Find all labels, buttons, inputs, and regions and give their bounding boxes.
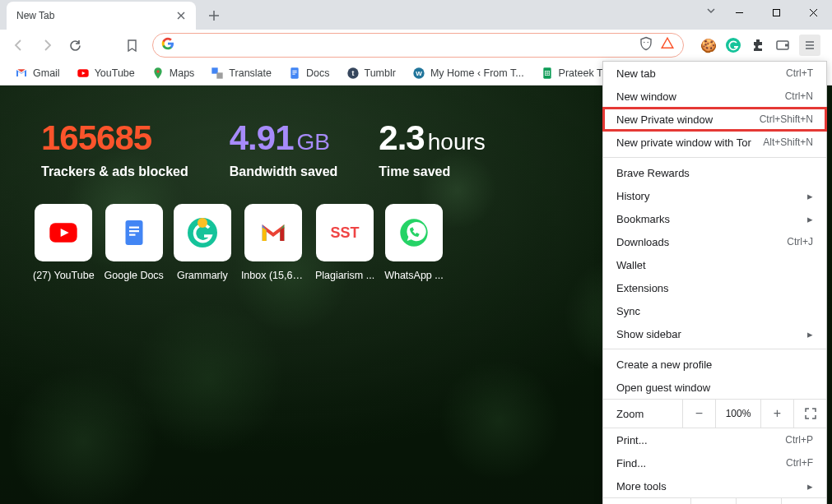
tile-gmail[interactable]: Inbox (15,666): [241, 204, 305, 281]
tab-title: New Tab: [16, 10, 174, 21]
menu-wallet[interactable]: Wallet: [603, 253, 826, 276]
toolbar: 🍪: [0, 30, 832, 61]
menu-extensions[interactable]: Extensions: [603, 276, 826, 299]
new-tab-button[interactable]: [202, 4, 225, 27]
reload-button[interactable]: [63, 33, 87, 58]
bookmark-translate[interactable]: Translate: [204, 63, 278, 83]
svg-rect-9: [217, 72, 223, 78]
tile-whatsapp[interactable]: WhatsApp ...: [384, 204, 444, 281]
svg-rect-10: [291, 67, 298, 78]
menu-new-window[interactable]: New windowCtrl+N: [603, 85, 826, 108]
wallet-icon[interactable]: [774, 37, 791, 53]
minimize-button[interactable]: [721, 0, 758, 25]
svg-rect-11: [292, 70, 296, 71]
menu-new-tab[interactable]: New tabCtrl+T: [603, 62, 826, 85]
bookmark-wordpress[interactable]: WMy Home ‹ From T...: [406, 63, 531, 83]
zoom-out-button[interactable]: −: [682, 400, 715, 428]
titlebar: New Tab: [0, 0, 832, 30]
menu-create-profile[interactable]: Create a new profile: [603, 353, 826, 376]
svg-rect-21: [125, 220, 142, 245]
tile-docs[interactable]: Google Docs: [105, 204, 164, 281]
menu-new-tor-window[interactable]: New private window with TorAlt+Shift+N: [603, 131, 826, 154]
menu-sidebar[interactable]: Show sidebar▸: [603, 322, 826, 345]
forward-button[interactable]: [35, 33, 59, 58]
youtube-icon: [77, 67, 90, 80]
menu-history[interactable]: History▸: [603, 184, 826, 207]
fullscreen-button[interactable]: [793, 400, 826, 428]
menu-guest-window[interactable]: Open guest window: [603, 376, 826, 399]
zoom-value: 100%: [715, 400, 760, 428]
svg-point-7: [156, 70, 159, 72]
svg-rect-13: [292, 73, 295, 74]
svg-rect-24: [129, 234, 136, 236]
bookmark-docs[interactable]: Docs: [281, 63, 336, 83]
app-menu: New tabCtrl+T New windowCtrl+N New Priva…: [602, 61, 827, 504]
menu-more-tools[interactable]: More tools▸: [603, 474, 826, 497]
bookmark-maps[interactable]: Maps: [145, 63, 202, 83]
bookmark-youtube[interactable]: YouTube: [70, 63, 142, 83]
chevron-right-icon: ▸: [807, 190, 813, 202]
svg-rect-5: [785, 44, 788, 47]
bookmark-button[interactable]: [119, 33, 144, 58]
google-icon: [161, 37, 174, 53]
tile-grammarly[interactable]: Grammarly: [174, 204, 231, 281]
tile-youtube[interactable]: (27) YouTube: [33, 204, 95, 281]
menu-new-private-window[interactable]: New Private windowCtrl+Shift+N: [603, 108, 826, 131]
chevron-right-icon: ▸: [807, 480, 813, 492]
copy-button[interactable]: Copy: [736, 498, 781, 504]
bookmark-tumblr[interactable]: tTumblr: [340, 63, 402, 83]
maps-icon: [151, 67, 165, 80]
translate-icon: [211, 67, 224, 80]
svg-rect-12: [292, 72, 296, 72]
svg-point-2: [648, 42, 649, 44]
menu-zoom-row: Zoom − 100% +: [603, 399, 826, 428]
app-menu-button[interactable]: [799, 35, 820, 56]
svg-text:t: t: [351, 69, 354, 77]
bookmark-gmail[interactable]: Gmail: [8, 63, 67, 83]
browser-tab[interactable]: New Tab: [7, 2, 196, 30]
menu-find[interactable]: Find...Ctrl+F: [603, 451, 826, 474]
menu-rewards[interactable]: Brave Rewards: [603, 161, 826, 184]
tab-overflow-icon[interactable]: [705, 5, 717, 20]
wordpress-icon: W: [412, 67, 425, 80]
stat-bandwidth: 4.91GB Bandwidth saved: [230, 118, 338, 179]
svg-point-3: [726, 38, 741, 53]
back-button[interactable]: [7, 33, 31, 58]
stat-trackers: 165685 Trackers & ads blocked: [41, 118, 188, 179]
sheets-icon: [541, 67, 554, 80]
svg-rect-0: [774, 9, 780, 16]
svg-point-1: [644, 42, 645, 44]
tile-sst[interactable]: SSTPlagiarism ...: [315, 204, 374, 281]
close-tab-icon[interactable]: [174, 9, 188, 22]
svg-point-26: [198, 218, 207, 228]
stat-time: 2.3hours Time saved: [379, 118, 485, 179]
paste-button[interactable]: Paste: [781, 498, 826, 504]
tumblr-icon: t: [346, 67, 360, 80]
brave-rewards-icon[interactable]: [660, 36, 675, 54]
menu-edit-row: Edit Cut Copy Paste: [603, 497, 826, 504]
cut-button[interactable]: Cut: [690, 498, 736, 504]
extensions-icon[interactable]: [750, 37, 766, 53]
menu-print[interactable]: Print...Ctrl+P: [603, 428, 826, 451]
cookie-extension-icon[interactable]: 🍪: [700, 37, 717, 53]
svg-rect-23: [129, 230, 139, 232]
gmail-icon: [15, 67, 28, 80]
url-bar[interactable]: [152, 33, 684, 58]
zoom-in-button[interactable]: +: [760, 400, 793, 428]
close-window-button[interactable]: [795, 0, 832, 25]
chevron-right-icon: ▸: [807, 328, 813, 340]
svg-rect-22: [129, 227, 139, 229]
menu-bookmarks[interactable]: Bookmarks▸: [603, 207, 826, 230]
maximize-button[interactable]: [758, 0, 795, 25]
svg-text:W: W: [416, 70, 422, 77]
brave-shields-icon[interactable]: [639, 36, 653, 54]
grammarly-extension-icon[interactable]: [725, 37, 741, 53]
menu-sync[interactable]: Sync: [603, 299, 826, 322]
menu-downloads[interactable]: DownloadsCtrl+J: [603, 230, 826, 253]
docs-icon: [288, 67, 301, 80]
chevron-right-icon: ▸: [807, 213, 813, 225]
